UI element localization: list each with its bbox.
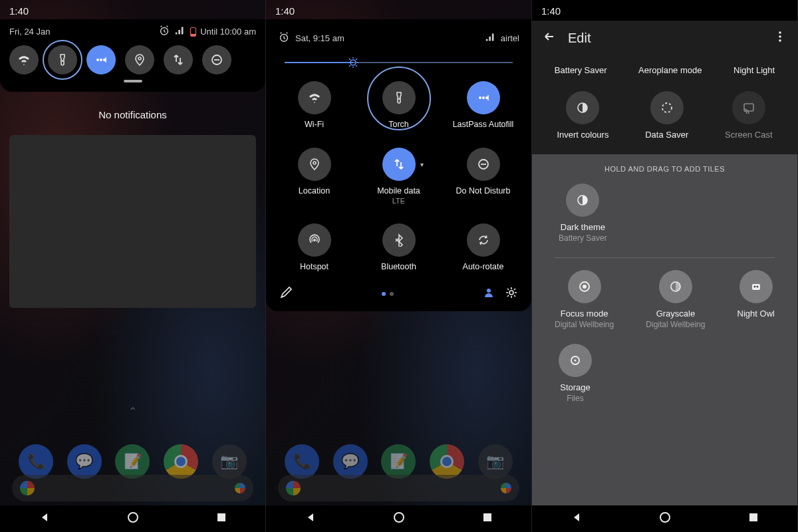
app-keep-icon[interactable]: 📝 [115,444,150,479]
app-chrome-icon[interactable] [164,444,198,479]
active-tiles-area[interactable]: Battery Saver Aeroplane mode Night Light… [532,56,797,154]
qs-tile-hotspot[interactable]: Hotspot [275,223,353,271]
google-logo-icon [20,481,35,495]
qs-tile-row [9,45,256,74]
user-switcher-button[interactable] [482,286,495,302]
qs-tile-lastpass[interactable] [86,45,116,74]
inactive-tiles-area[interactable]: HOLD AND DRAG TO ADD TILES Dark theme Ba… [532,154,797,532]
google-logo-icon [286,481,301,495]
expand-caret-icon: ▾ [420,161,424,168]
nav-back-icon[interactable] [304,511,317,527]
nav-back-icon[interactable] [570,511,583,527]
edit-header: Edit [532,21,797,56]
tile-data-saver[interactable]: Data Saver [645,91,688,140]
tile-screen-cast[interactable]: Screen Cast [725,91,773,140]
nav-recent-icon[interactable] [481,511,494,527]
qs-tile-dnd[interactable]: Do Not Disturb [444,148,522,205]
tile-night-light[interactable]: Night Light [733,65,775,75]
app-phone-icon[interactable]: 📞 [19,444,53,479]
qs-tile-autorotate[interactable]: Auto-rotate [444,223,522,271]
nav-back-icon[interactable] [38,511,51,527]
signal-icon [485,31,497,45]
dock: 📞 💬 📝 📷 [266,444,531,479]
clock: 1:40 [541,5,561,17]
dock: 📞 💬 📝 📷 [0,444,265,479]
navigation-bar [0,505,265,532]
app-messages-icon[interactable]: 💬 [333,444,368,479]
qs-tile-wifi[interactable] [9,45,39,74]
navigation-bar [266,505,531,532]
qs-tile-wifi[interactable]: Wi-Fi [275,81,353,129]
signal-icon [174,25,186,39]
tile-focus-mode[interactable]: Focus mode Digital Wellbeing [555,270,614,329]
tile-dark-theme[interactable]: Dark theme Battery Saver [559,184,607,243]
tile-invert-colours[interactable]: Invert colours [557,91,608,140]
battery-icon [190,27,196,37]
qs-footer [275,286,522,302]
drag-handle[interactable] [124,80,142,82]
brightness-slider[interactable] [285,55,513,70]
app-camera-icon[interactable]: 📷 [478,444,513,479]
assistant-mic-icon[interactable] [501,483,511,493]
settings-button[interactable] [505,286,518,302]
alarm-icon [158,25,170,39]
app-drawer-caret-icon[interactable]: ⌃ [0,405,265,418]
tile-grayscale[interactable]: Grayscale Digital Wellbeing [646,270,705,329]
navigation-bar [532,505,797,532]
clock: 1:40 [275,5,295,17]
carrier-label: airtel [501,33,519,43]
app-messages-icon[interactable]: 💬 [67,444,102,479]
drag-hint-label: HOLD AND DRAG TO ADD TILES [539,165,791,173]
no-notifications-label: No notifications [0,109,265,120]
clock: 1:40 [9,5,29,17]
tile-night-owl[interactable]: Night Owl [737,270,775,319]
overflow-menu-button[interactable] [773,30,787,47]
quick-settings-panel[interactable]: Sat, 9:15 am airtel Wi-Fi Torch [266,19,531,311]
app-phone-icon[interactable]: 📞 [285,444,319,479]
brightness-thumb-icon[interactable] [346,56,360,69]
nav-recent-icon[interactable] [747,511,760,527]
qs-tile-location[interactable] [125,45,154,74]
tile-battery-saver[interactable]: Battery Saver [555,65,607,75]
qs-tile-bluetooth[interactable]: Bluetooth [360,223,438,271]
qs-tile-torch[interactable] [48,45,77,74]
alarm-until-label: Until 10:00 am [200,27,256,37]
date-label: Fri, 24 Jan [9,27,50,37]
qs-tile-grid: Wi-Fi Torch LastPass Autofill Location ▾ [275,81,522,271]
app-chrome-icon[interactable] [430,444,464,479]
nav-home-icon[interactable] [392,511,406,527]
qs-tile-torch[interactable]: Torch [360,81,438,129]
qs-tile-mobiledata[interactable] [164,45,193,74]
tile-storage[interactable]: Storage Files [559,344,592,403]
search-bar[interactable] [12,475,253,501]
app-camera-icon[interactable]: 📷 [212,444,247,479]
tile-aeroplane-mode[interactable]: Aeroplane mode [638,65,702,75]
divider [555,257,775,258]
nav-home-icon[interactable] [126,511,140,527]
nav-recent-icon[interactable] [215,511,228,527]
qs-tile-dnd[interactable] [202,45,231,74]
assistant-mic-icon[interactable] [235,483,245,493]
qs-tile-lastpass[interactable]: LastPass Autofill [444,81,522,129]
quick-settings-mini[interactable]: Fri, 24 Jan Until 10:00 am [0,19,265,92]
search-bar[interactable] [278,475,519,501]
qs-tile-mobiledata[interactable]: ▾ Mobile data LTE [360,148,438,205]
page-indicator [382,292,394,296]
alarm-icon [278,31,290,45]
edit-tiles-button[interactable] [279,286,293,302]
status-bar: 1:40 [266,0,531,19]
qs-tile-location[interactable]: Location [275,148,353,205]
status-bar: 1:40 [0,0,265,19]
nav-home-icon[interactable] [658,511,672,527]
date-label: Sat, 9:15 am [295,33,344,43]
media-card-placeholder[interactable] [9,135,256,308]
edit-title: Edit [568,31,591,46]
status-bar: 1:40 [532,0,797,19]
phone-panel-2: 1:40 Sat, 9:15 am airtel Wi-F [266,0,532,532]
phone-panel-3: 1:40 Edit Battery Saver Aeroplane mode N… [532,0,798,532]
phone-panel-1: 1:40 Fri, 24 Jan Until 10:00 am [0,0,266,532]
back-button[interactable] [543,30,556,47]
app-keep-icon[interactable]: 📝 [381,444,416,479]
